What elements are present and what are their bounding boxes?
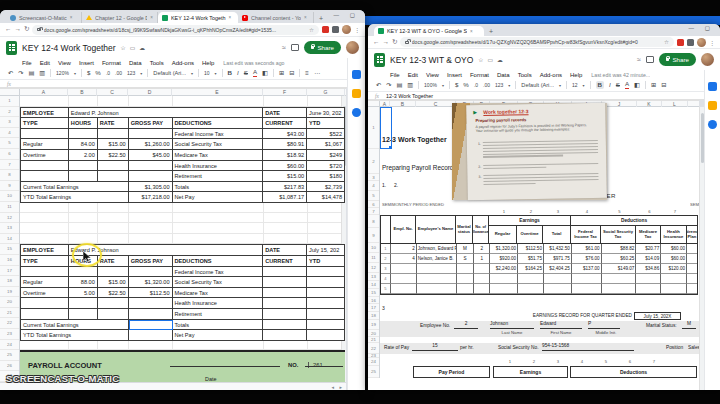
row-number[interactable]: 25 — [0, 350, 19, 361]
grid-cell[interactable] — [687, 244, 697, 254]
number-format-icon[interactable]: 123 — [495, 83, 503, 88]
grid-cell[interactable] — [457, 274, 475, 284]
grid-cell[interactable]: 5 — [381, 284, 391, 294]
forward-button[interactable]: → — [383, 39, 390, 46]
date-label-cell[interactable]: DATE — [263, 108, 307, 119]
grid-cell[interactable]: $1,067 — [307, 139, 345, 150]
grid-cell[interactable] — [129, 309, 173, 320]
date-value-cell[interactable]: July 15, 202 — [307, 245, 345, 256]
step1-cell[interactable]: 1. — [382, 182, 386, 188]
row-number[interactable]: 20 — [368, 330, 379, 337]
totals-current-cell[interactable]: $217.83 — [263, 182, 307, 193]
grid-cell[interactable] — [457, 284, 475, 294]
grid-cell[interactable]: $60.00 — [263, 161, 307, 172]
grid-cell[interactable]: YTD — [307, 118, 345, 129]
row-number[interactable]: 4 — [0, 128, 19, 139]
grid-cell[interactable]: $80.91 — [263, 139, 307, 150]
italic-icon[interactable]: I — [237, 70, 239, 76]
grid-cell[interactable]: $20.77 — [636, 244, 661, 254]
row-number[interactable]: 24 — [368, 358, 379, 366]
grid-cell[interactable] — [98, 161, 129, 172]
zoom-select[interactable]: 120% — [56, 71, 69, 76]
extensions-icon[interactable] — [332, 26, 339, 33]
grid-cell[interactable] — [69, 171, 98, 182]
grid-cell[interactable]: CURRENT — [263, 118, 307, 129]
row-number[interactable]: 15 — [0, 244, 19, 255]
grid-cell[interactable]: Johnson, Edward P. — [417, 244, 457, 254]
net-pay-current-cell[interactable] — [263, 330, 307, 341]
pay-period-box[interactable]: Pay Period — [413, 366, 490, 378]
tasks-icon[interactable] — [708, 120, 717, 129]
select-all-corner[interactable] — [0, 89, 20, 95]
grid-cell[interactable]: Federal Income Tax — [173, 129, 264, 140]
star-icon[interactable]: ☆ — [478, 57, 483, 63]
header-empl-no[interactable]: Empl. No. — [391, 216, 417, 244]
grid-cell[interactable] — [69, 298, 98, 309]
ssn-label[interactable]: Social Security No. — [498, 345, 539, 350]
grid-cell[interactable]: 7 — [642, 359, 666, 364]
grid-cell[interactable]: $1,432.50 — [544, 244, 572, 254]
grid-cell[interactable]: Format — [102, 60, 121, 66]
grid-cell[interactable]: Retirement — [173, 309, 264, 320]
grid-cell[interactable]: Help — [202, 60, 214, 66]
net-pay-ytd-cell[interactable] — [307, 330, 345, 341]
row-number[interactable]: 13 — [0, 223, 19, 234]
grid-cell[interactable]: 3 — [381, 264, 391, 274]
share-button[interactable]: Share — [304, 41, 341, 54]
scroll-right-icon[interactable]: ▸ — [339, 384, 342, 390]
row-number[interactable]: 24 — [0, 340, 19, 351]
zoom-select[interactable]: 100% — [424, 83, 437, 88]
merge-cells-icon[interactable]: ⊟ — [289, 70, 294, 76]
grid-cell[interactable]: Social Security Tax — [173, 139, 264, 150]
last-name-value[interactable]: Johnson — [490, 321, 534, 329]
grid-cell[interactable]: YTD — [307, 256, 345, 267]
header-regular[interactable]: Regular — [489, 226, 517, 244]
left-formula-bar[interactable]: fx — [0, 80, 365, 88]
grid-cell[interactable]: DEDUCTIONS — [173, 256, 264, 267]
grid-cell[interactable]: D — [128, 89, 172, 96]
row-number[interactable]: 6 — [368, 201, 379, 208]
reload-button[interactable]: ↻ — [24, 26, 29, 33]
grid-cell[interactable] — [417, 264, 457, 274]
grid-cell[interactable]: $149.07 — [602, 264, 637, 274]
doc-title[interactable]: KEY 12-3 WIT & OYO — [390, 55, 473, 65]
grid-cell[interactable] — [21, 267, 69, 278]
selected-cell-a1[interactable] — [380, 107, 392, 149]
print-icon[interactable]: ▤ — [28, 70, 34, 76]
grid-cell[interactable] — [307, 298, 345, 309]
row-number[interactable]: 18 — [368, 312, 379, 320]
strikethrough-icon[interactable]: S — [244, 70, 248, 76]
grid-cell[interactable]: $14.09 — [636, 254, 661, 264]
grid-cell[interactable]: 5 — [594, 359, 618, 364]
grid-cell[interactable] — [474, 284, 490, 294]
decimal-decrease-icon[interactable]: .0 — [474, 83, 478, 88]
grid-cell[interactable] — [518, 274, 544, 284]
grid-cell[interactable] — [490, 284, 518, 294]
grid-cell[interactable]: Regular — [21, 277, 69, 288]
earnings-box[interactable]: Earnings — [493, 366, 568, 378]
rate-of-pay-value[interactable]: 15 — [412, 343, 458, 351]
grid-cell[interactable]: Data — [497, 72, 510, 78]
new-tab-button[interactable]: + — [489, 28, 493, 35]
row-number[interactable]: 18 — [0, 276, 19, 287]
grid-cell[interactable] — [263, 298, 307, 309]
activity-icon[interactable]: ≈ — [282, 44, 286, 51]
grid-cell[interactable]: 6 — [618, 359, 642, 364]
right-formula-bar[interactable]: fx 12-3 Work Together — [368, 92, 720, 100]
grid-cell[interactable]: 2.00 — [69, 150, 98, 161]
minimize-button[interactable]: — — [334, 12, 340, 18]
grid-cell[interactable]: $34.86 — [636, 264, 661, 274]
grid-cell[interactable]: DEDUCTIONS — [173, 118, 264, 129]
comment-icon[interactable] — [646, 56, 654, 63]
grid-cell[interactable] — [602, 274, 637, 284]
align-icon[interactable]: ≡ — [305, 70, 309, 76]
grid-cell[interactable]: RATE — [98, 256, 129, 267]
grid-cell[interactable] — [572, 274, 602, 284]
row-number[interactable]: 11 — [368, 253, 379, 263]
row-number[interactable]: 26 — [0, 361, 19, 372]
close-icon[interactable]: × — [229, 15, 232, 20]
comment-icon[interactable] — [291, 44, 299, 51]
earnings-group-label[interactable]: Earnings — [489, 216, 571, 226]
grid-cell[interactable] — [572, 284, 602, 294]
grid-cell[interactable]: Federal Income Tax — [173, 267, 264, 278]
